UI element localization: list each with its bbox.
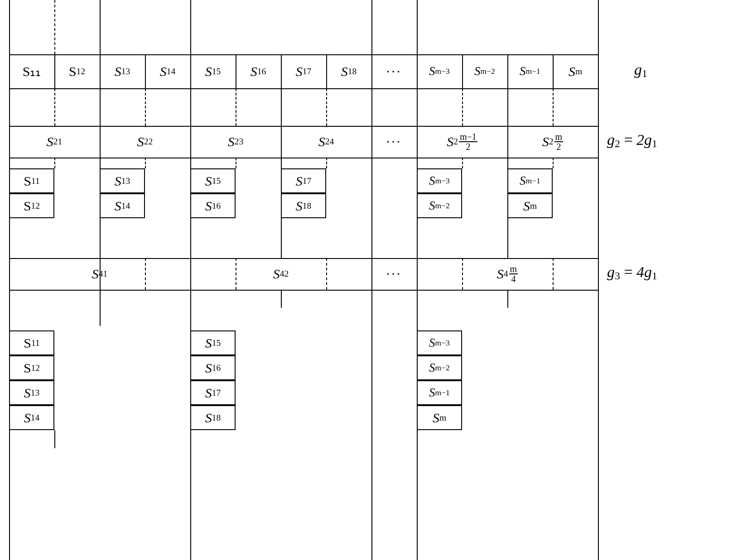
stack2-3-0: S17 — [281, 168, 326, 193]
stack3-0-3: S14 — [9, 405, 54, 430]
vdash-7a — [326, 88, 327, 126]
g1-label: g1 — [634, 61, 647, 80]
stack2-5-1: Sm — [507, 193, 553, 218]
s22: S22 — [100, 126, 190, 158]
s12: S12 — [54, 54, 100, 88]
s17: S17 — [281, 54, 326, 88]
s13: S13 — [100, 54, 145, 88]
vdash-7b — [326, 158, 327, 168]
stack3-2-2: Sm−1 — [417, 380, 462, 405]
s14: S14 — [145, 54, 190, 88]
row1-dots: ··· — [371, 54, 417, 88]
stack3-2-0: Sm−3 — [417, 330, 462, 355]
s16: S16 — [236, 54, 281, 88]
stack3-1-2: S17 — [190, 380, 236, 405]
s2m12: S2m−12 — [417, 126, 507, 158]
stack3-2-3: Sm — [417, 405, 462, 430]
vdash-1c — [54, 158, 55, 168]
stack2-0-0: S11 — [9, 168, 54, 193]
stack2-3-1: S18 — [281, 193, 326, 218]
s2m2: S2m2 — [507, 126, 598, 158]
s23: S23 — [190, 126, 281, 158]
stack3-0-1: S12 — [9, 355, 54, 380]
stack3-2-1: Sm−2 — [417, 355, 462, 380]
vline-13 — [598, 0, 599, 560]
stack3-0-0: S11 — [9, 330, 54, 355]
vdash-10a — [462, 88, 463, 126]
s4m4: S4m4 — [417, 258, 598, 290]
stack3-0-2: S13 — [9, 380, 54, 405]
g3-label: g3 = 4g1 — [607, 263, 657, 282]
vline-6b — [281, 290, 282, 308]
vdash-3a — [145, 88, 146, 126]
s11: S₁₁ — [9, 54, 54, 88]
vdash-5a — [236, 88, 236, 126]
row3-bot — [9, 290, 598, 291]
s24: S24 — [281, 126, 371, 158]
vline-2 — [100, 0, 101, 54]
s1m: Sm — [553, 54, 598, 88]
vline-2c — [100, 290, 101, 326]
s1m2: Sm−2 — [462, 54, 507, 88]
s21: S21 — [9, 126, 100, 158]
row2-bot — [9, 158, 598, 158]
vdash-12a — [553, 88, 554, 126]
stack2-0-1: S12 — [9, 193, 54, 218]
tail-0 — [54, 430, 55, 448]
vdash-3b — [145, 158, 146, 168]
vdash-10b — [462, 158, 463, 168]
vline-11b — [507, 290, 508, 308]
vdash-12b — [553, 158, 554, 168]
stack2-1-1: S14 — [100, 193, 145, 218]
s1m1: Sm−1 — [507, 54, 553, 88]
stack2-2-0: S15 — [190, 168, 236, 193]
stack3-1-3: S18 — [190, 405, 236, 430]
s41: S41 — [9, 258, 190, 290]
vdash-5b — [236, 158, 236, 168]
s15: S15 — [190, 54, 236, 88]
row2-dots: ··· — [371, 126, 417, 158]
stack2-1-0: S13 — [100, 168, 145, 193]
s18: S18 — [326, 54, 371, 88]
vdash-1b — [54, 88, 55, 126]
g2-label: g2 = 2g1 — [607, 131, 657, 150]
stack2-4-0: Sm−3 — [417, 168, 462, 193]
row3-dots: ··· — [371, 258, 417, 290]
s1m3: Sm−3 — [417, 54, 462, 88]
vdash-1a — [54, 0, 55, 54]
stack2-2-1: S16 — [190, 193, 236, 218]
grouping-diagram: S₁₁ S12 S13 S14 S15 S16 S17 S18 ··· Sm−3… — [9, 0, 666, 560]
stack3-1-0: S15 — [190, 330, 236, 355]
stack2-4-1: Sm−2 — [417, 193, 462, 218]
stack3-1-1: S16 — [190, 355, 236, 380]
s42: S42 — [190, 258, 371, 290]
row1-bot — [9, 88, 598, 89]
stack2-5-0: Sm−1 — [507, 168, 553, 193]
